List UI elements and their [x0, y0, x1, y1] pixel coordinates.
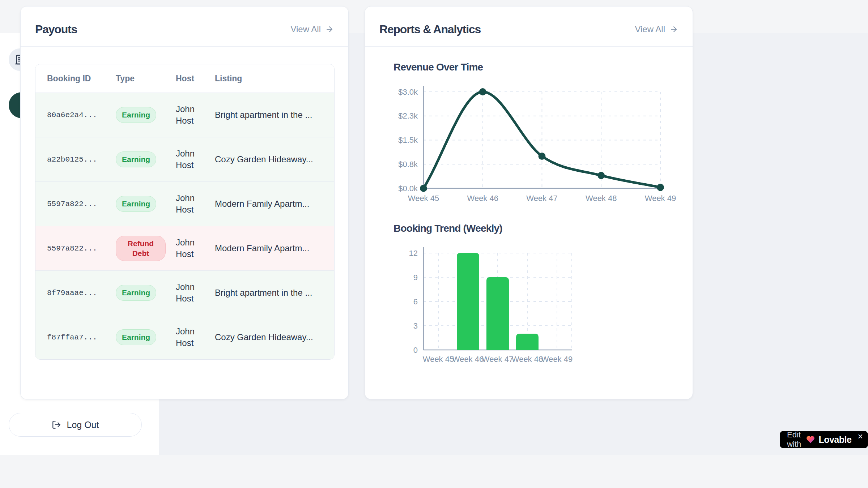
type-badge: Refund Debt [116, 236, 166, 261]
svg-text:0: 0 [413, 346, 418, 355]
host-cell: John Host [176, 192, 212, 216]
svg-text:Week 47: Week 47 [482, 355, 513, 364]
svg-text:6: 6 [413, 297, 418, 306]
revenue-line-chart: $0.0k$0.8k$1.5k$2.3k$3.0kWeek 45Week 46W… [365, 79, 693, 207]
payouts-card-header: Payouts View All [21, 7, 348, 47]
bottom-strip [0, 455, 868, 488]
svg-text:Week 45: Week 45 [423, 355, 454, 364]
column-header: Listing [215, 74, 334, 84]
svg-text:Week 47: Week 47 [526, 194, 557, 203]
host-cell: John Host [176, 281, 212, 305]
heart-icon [806, 435, 815, 444]
reports-title: Reports & Analytics [379, 23, 481, 36]
svg-text:$0.8k: $0.8k [398, 160, 418, 169]
logout-button[interactable]: Log Out [9, 413, 142, 437]
booking-id-cell: 8f79aaae... [35, 289, 116, 297]
payouts-card: Payouts View All Booking IDTypeHostListi… [20, 6, 349, 399]
host-cell: John Host [176, 237, 212, 260]
booking-id-cell: 80a6e2a4... [35, 111, 116, 119]
reports-view-all-link[interactable]: View All [635, 24, 678, 34]
lovable-badge[interactable]: Edit with Lovable × [780, 431, 868, 448]
booking-id-cell: a22b0125... [35, 155, 116, 164]
type-cell: Earning [116, 329, 176, 345]
type-badge: Earning [116, 151, 156, 167]
column-header: Type [116, 74, 176, 84]
svg-text:Week 48: Week 48 [586, 194, 617, 203]
svg-text:Week 46: Week 46 [467, 194, 498, 203]
booking-chart-title: Booking Trend (Weekly) [393, 223, 502, 234]
host-cell: John Host [176, 148, 212, 171]
svg-text:Week 49: Week 49 [645, 194, 676, 203]
svg-text:12: 12 [409, 249, 418, 258]
listing-cell: Bright apartment in the ... [215, 110, 334, 120]
lovable-brand: Lovable [818, 435, 851, 445]
reports-card-header: Reports & Analytics View All [365, 7, 693, 47]
payouts-view-all-link[interactable]: View All [290, 24, 334, 34]
svg-text:Week 45: Week 45 [408, 194, 439, 203]
booking-bar-chart: 036912Week 45Week 46Week 47Week 48Week 4… [365, 240, 693, 368]
host-cell: John Host [176, 326, 212, 349]
type-badge: Earning [116, 107, 156, 123]
type-cell: Earning [116, 196, 176, 211]
listing-cell: Cozy Garden Hideaway... [215, 154, 334, 164]
booking-id-cell: 5597a822... [35, 200, 116, 208]
column-header: Host [176, 74, 215, 84]
table-row[interactable]: 8f79aaae...EarningJohn HostBright apartm… [35, 271, 334, 315]
column-header: Booking ID [35, 74, 116, 84]
payouts-title: Payouts [35, 23, 77, 36]
booking-id-cell: f87ffaa7... [35, 333, 116, 342]
svg-text:$3.0k: $3.0k [398, 87, 418, 97]
type-cell: Earning [116, 151, 176, 167]
view-all-label: View All [290, 24, 321, 34]
svg-text:$1.5k: $1.5k [398, 136, 418, 145]
type-badge: Earning [116, 329, 156, 345]
table-row[interactable]: a22b0125...EarningJohn HostCozy Garden H… [35, 137, 334, 182]
arrow-right-icon [669, 25, 678, 34]
svg-text:Week 49: Week 49 [541, 355, 573, 364]
logout-label: Log Out [67, 420, 99, 430]
reports-card: Reports & Analytics View All Revenue Ove… [365, 6, 693, 399]
listing-cell: Modern Family Apartm... [215, 199, 334, 209]
table-row[interactable]: f87ffaa7...EarningJohn HostCozy Garden H… [35, 315, 334, 359]
listing-cell: Modern Family Apartm... [215, 243, 334, 253]
svg-text:9: 9 [413, 273, 418, 282]
revenue-chart-title: Revenue Over Time [393, 61, 483, 73]
svg-text:$0.0k: $0.0k [398, 184, 418, 193]
listing-cell: Bright apartment in the ... [215, 288, 334, 298]
host-cell: John Host [176, 103, 212, 127]
table-body: 80a6e2a4...EarningJohn HostBright apartm… [35, 93, 334, 359]
table-header-row: Booking IDTypeHostListing [35, 64, 334, 93]
logout-icon [52, 420, 61, 429]
booking-id-cell: 5597a822... [35, 244, 116, 253]
type-badge: Earning [116, 196, 156, 211]
table-row[interactable]: 5597a822...EarningJohn HostModern Family… [35, 182, 334, 226]
type-badge: Earning [116, 285, 156, 300]
svg-text:3: 3 [413, 321, 418, 330]
table-row[interactable]: 80a6e2a4...EarningJohn HostBright apartm… [35, 93, 334, 137]
type-cell: Refund Debt [116, 236, 176, 261]
view-all-label: View All [635, 24, 665, 34]
type-cell: Earning [116, 107, 176, 123]
svg-text:$2.3k: $2.3k [398, 111, 418, 120]
payouts-table: Booking IDTypeHostListing 80a6e2a4...Ear… [35, 64, 335, 360]
type-cell: Earning [116, 285, 176, 300]
table-row[interactable]: 5597a822...Refund DebtJohn HostModern Fa… [35, 226, 334, 271]
arrow-right-icon [325, 25, 334, 34]
lovable-prefix: Edit with [787, 430, 803, 449]
svg-text:Week 48: Week 48 [512, 355, 543, 364]
listing-cell: Cozy Garden Hideaway... [215, 332, 334, 342]
close-icon[interactable]: × [858, 432, 863, 441]
svg-text:Week 46: Week 46 [452, 355, 484, 364]
